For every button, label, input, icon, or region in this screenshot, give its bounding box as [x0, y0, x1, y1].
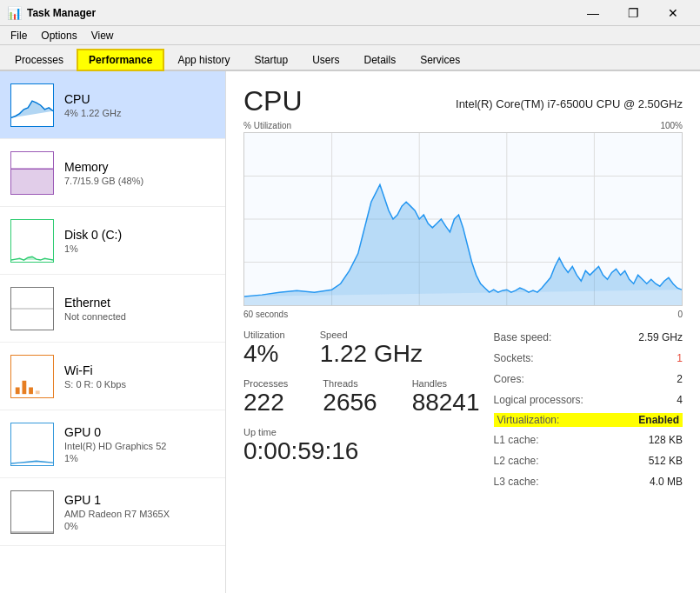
- sidebar-item-ethernet[interactable]: Ethernet Not connected: [0, 275, 225, 343]
- gpu1-thumbnail: [10, 490, 54, 534]
- menu-bar: File Options View: [0, 26, 700, 45]
- handles-stat: Handles 88241: [412, 378, 480, 416]
- detail-right: Base speed: 2.59 GHz Sockets: 1 Cores: 2…: [494, 330, 683, 495]
- logical-val: 4: [677, 394, 683, 406]
- gpu0-info: GPU 0 Intel(R) HD Graphics 52 1%: [64, 425, 215, 463]
- title-bar-controls: — ❐ ✕: [573, 0, 693, 26]
- sidebar-item-wifi[interactable]: Wi-Fi S: 0 R: 0 Kbps: [0, 343, 225, 410]
- gpu0-detail: Intel(R) HD Graphics 52: [64, 441, 215, 451]
- l3-val: 4.0 MB: [650, 476, 683, 488]
- detail-left: Utilization 4% Speed 1.22 GHz Processes …: [243, 330, 480, 495]
- tab-services[interactable]: Services: [409, 50, 471, 70]
- tab-processes[interactable]: Processes: [3, 50, 75, 70]
- chart-time-start: 60 seconds: [243, 310, 288, 319]
- cores-val: 2: [677, 373, 683, 385]
- title-bar: 📊 Task Manager — ❐ ✕: [0, 0, 700, 26]
- info-l1: L1 cache: 128 KB: [494, 432, 683, 448]
- minimize-button[interactable]: —: [573, 0, 613, 26]
- logical-key: Logical processors:: [494, 394, 583, 406]
- chart-time-end: 0: [677, 310, 683, 319]
- chart-label-row: % Utilization 100%: [243, 121, 683, 130]
- detail-title: CPU: [243, 85, 303, 117]
- disk-thumbnail: [10, 219, 54, 263]
- tab-details[interactable]: Details: [352, 50, 407, 70]
- ethernet-thumbnail: [10, 287, 54, 330]
- cpu-thumbnail: [10, 83, 54, 127]
- sidebar-item-cpu[interactable]: CPU 4% 1.22 GHz: [0, 71, 225, 139]
- cpu-chart: [243, 132, 683, 306]
- sidebar-item-memory[interactable]: Memory 7.7/15.9 GB (48%): [0, 139, 225, 207]
- l2-val: 512 KB: [649, 455, 683, 467]
- close-button[interactable]: ✕: [653, 0, 693, 26]
- gpu1-name: GPU 1: [64, 493, 215, 507]
- gpu0-usage: 1%: [64, 453, 215, 463]
- sidebar: CPU 4% 1.22 GHz Memory 7.7/15.9 GB (48%): [0, 71, 226, 593]
- svg-rect-5: [29, 387, 33, 394]
- wifi-detail: S: 0 R: 0 Kbps: [64, 379, 215, 390]
- info-cores: Cores: 2: [494, 371, 683, 387]
- handles-value: 88241: [412, 389, 480, 416]
- svg-rect-4: [22, 380, 26, 393]
- l1-val: 128 KB: [649, 434, 683, 446]
- gpu1-usage: 0%: [64, 521, 215, 531]
- ethernet-detail: Not connected: [64, 311, 215, 322]
- svg-rect-3: [16, 387, 20, 394]
- memory-thumbnail: [10, 151, 54, 195]
- info-logical: Logical processors: 4: [494, 392, 683, 408]
- memory-name: Memory: [64, 160, 215, 174]
- handles-label: Handles: [412, 378, 480, 389]
- l1-key: L1 cache:: [494, 434, 539, 446]
- detail-header: CPU Intel(R) Core(TM) i7-6500U CPU @ 2.5…: [243, 85, 683, 117]
- tab-app-history[interactable]: App history: [166, 50, 241, 70]
- memory-detail: 7.7/15.9 GB (48%): [64, 176, 215, 186]
- speed-value: 1.22 GHz: [320, 340, 423, 368]
- utilization-stat: Utilization 4%: [243, 330, 285, 368]
- gpu1-detail: AMD Radeon R7 M365X: [64, 509, 215, 519]
- tab-users[interactable]: Users: [301, 50, 350, 70]
- primary-stats: Utilization 4% Speed 1.22 GHz: [243, 330, 480, 368]
- processes-label: Processes: [243, 378, 288, 389]
- cpu-detail: 4% 1.22 GHz: [64, 108, 215, 118]
- utilization-value: 4%: [243, 340, 285, 368]
- wifi-thumbnail: [10, 355, 54, 398]
- sidebar-item-disk[interactable]: Disk 0 (C:) 1%: [0, 207, 225, 275]
- utilization-label: Utilization: [243, 330, 285, 340]
- restore-button[interactable]: ❐: [613, 0, 653, 26]
- uptime-section: Up time 0:00:59:16: [243, 427, 480, 465]
- menu-file[interactable]: File: [3, 28, 34, 43]
- virtualization-val: Enabled: [638, 414, 679, 426]
- menu-view[interactable]: View: [84, 28, 121, 43]
- gpu0-thumbnail: [10, 423, 54, 466]
- detail-subtitle: Intel(R) Core(TM) i7-6500U CPU @ 2.50GHz: [456, 85, 683, 110]
- memory-info: Memory 7.7/15.9 GB (48%): [64, 160, 215, 186]
- processes-value: 222: [243, 389, 288, 416]
- tab-startup[interactable]: Startup: [243, 50, 299, 70]
- chart-max: 100%: [660, 121, 683, 130]
- menu-options[interactable]: Options: [34, 28, 83, 43]
- processes-stat: Processes 222: [243, 378, 288, 416]
- l2-key: L2 cache:: [494, 455, 539, 467]
- tab-performance[interactable]: Performance: [77, 49, 164, 71]
- disk-detail: 1%: [64, 243, 215, 254]
- l3-key: L3 cache:: [494, 476, 539, 488]
- detail-body: Utilization 4% Speed 1.22 GHz Processes …: [243, 330, 683, 495]
- app-icon: 📊: [7, 6, 22, 20]
- svg-rect-6: [36, 390, 40, 394]
- info-l2: L2 cache: 512 KB: [494, 453, 683, 469]
- info-base-speed: Base speed: 2.59 GHz: [494, 330, 683, 345]
- detail-panel: CPU Intel(R) Core(TM) i7-6500U CPU @ 2.5…: [226, 71, 700, 593]
- threads-label: Threads: [323, 378, 377, 389]
- chart-time-row: 60 seconds 0: [243, 310, 683, 319]
- base-speed-key: Base speed:: [494, 331, 552, 343]
- tab-bar: Processes Performance App history Startu…: [0, 45, 700, 71]
- cores-key: Cores:: [494, 373, 524, 385]
- cpu-name: CPU: [64, 92, 215, 106]
- speed-label: Speed: [320, 330, 423, 340]
- uptime-label: Up time: [243, 427, 480, 437]
- gpu0-name: GPU 0: [64, 425, 215, 439]
- sidebar-item-gpu1[interactable]: GPU 1 AMD Radeon R7 M365X 0%: [0, 478, 225, 546]
- info-l3: L3 cache: 4.0 MB: [494, 474, 683, 490]
- secondary-stats: Processes 222 Threads 2656 Handles 88241: [243, 378, 480, 416]
- uptime-value: 0:00:59:16: [243, 437, 480, 465]
- sidebar-item-gpu0[interactable]: GPU 0 Intel(R) HD Graphics 52 1%: [0, 410, 225, 478]
